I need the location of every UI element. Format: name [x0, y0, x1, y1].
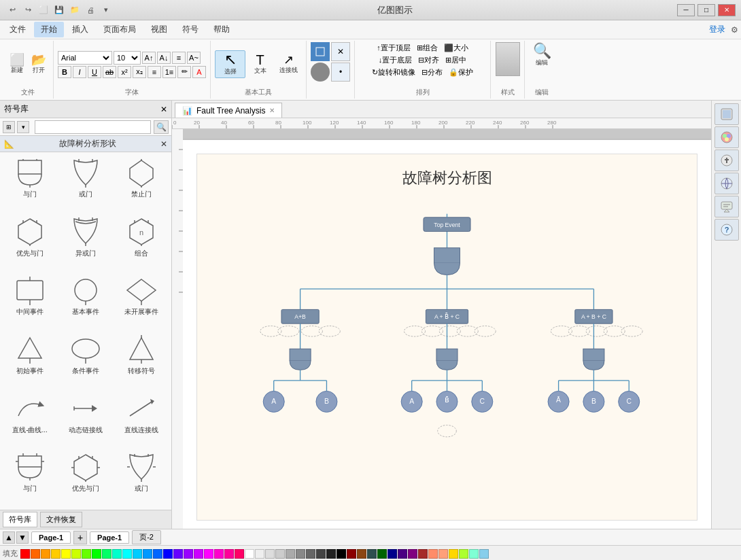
color-cell[interactable] — [31, 549, 40, 559]
subscript-btn[interactable]: x₂ — [133, 66, 146, 78]
page-next-btn[interactable]: ▼ — [16, 531, 29, 544]
open-icon[interactable]: 📁 — [68, 4, 82, 16]
color-cell[interactable] — [479, 549, 489, 559]
select-tool-btn[interactable]: ↖ 选择 — [215, 50, 245, 78]
size-btn[interactable]: ⬛大小 — [442, 42, 470, 54]
color-cell[interactable] — [377, 549, 387, 559]
color-cell[interactable] — [428, 549, 438, 559]
color-cell[interactable] — [306, 549, 315, 559]
shape-straight-line[interactable]: 直线连接线 — [114, 391, 169, 449]
color-cell[interactable] — [71, 549, 81, 559]
shape-dot-btn[interactable]: • — [331, 63, 350, 82]
shape-or-gate[interactable]: 或门 — [58, 155, 113, 213]
color-cell[interactable] — [51, 549, 61, 559]
menu-view[interactable]: 视图 — [144, 22, 174, 37]
page-tab-1[interactable]: Page-1 — [31, 531, 71, 544]
property-panel-btn[interactable] — [714, 150, 739, 171]
group-btn[interactable]: ⊞组合 — [415, 42, 440, 54]
minimize-btn[interactable]: ─ — [677, 4, 695, 16]
new-btn[interactable]: ⬜ 新建 — [7, 52, 27, 76]
shape-combination[interactable]: n 组合 — [114, 214, 169, 272]
color-cell[interactable] — [265, 549, 275, 559]
color-cell[interactable] — [347, 549, 356, 559]
menu-insert[interactable]: 插入 — [65, 22, 95, 37]
global-btn[interactable] — [714, 173, 739, 194]
color-cell[interactable] — [438, 549, 448, 559]
color-cell[interactable] — [82, 549, 91, 559]
color-cell[interactable] — [459, 549, 468, 559]
shape-inhibit-gate[interactable]: 禁止门 — [114, 155, 169, 213]
color-cell[interactable] — [112, 549, 122, 559]
lib-symbols-tab[interactable]: 符号库 — [3, 512, 37, 527]
strikethrough-btn[interactable]: ab — [103, 66, 116, 78]
distribute-btn[interactable]: ⊟分布 — [419, 67, 445, 78]
shape-line-curve[interactable]: 直线-曲线... — [3, 391, 57, 449]
color-cell[interactable] — [326, 549, 336, 559]
close-btn[interactable]: ✕ — [718, 4, 736, 16]
redo-icon[interactable]: ↪ — [21, 4, 35, 16]
shape-initial-event[interactable]: 初始事件 — [3, 332, 57, 389]
shape-xor-gate[interactable]: 异或门 — [58, 214, 113, 272]
color-aa-btn[interactable]: A~ — [187, 52, 201, 64]
font-family-select[interactable]: Arial — [58, 51, 112, 65]
color-cell[interactable] — [408, 549, 417, 559]
italic-btn[interactable]: I — [73, 66, 86, 78]
undo-icon[interactable]: ↩ — [5, 4, 19, 16]
shape-basic-event[interactable]: 基本事件 — [58, 273, 113, 330]
active-tab[interactable]: 📊 Fault Tree Analysis ✕ — [175, 103, 282, 118]
shape-transfer[interactable]: 转移符号 — [114, 332, 169, 389]
login-link[interactable]: 登录 — [709, 24, 725, 35]
settings-icon[interactable]: ⚙ — [731, 25, 738, 35]
menu-help[interactable]: 帮助 — [207, 22, 237, 37]
color-cell[interactable] — [245, 549, 254, 559]
shape-circle-btn[interactable] — [311, 63, 330, 82]
center-btn[interactable]: ⊞居中 — [443, 54, 468, 66]
menu-start[interactable]: 开始 — [34, 22, 64, 37]
color-cell[interactable] — [92, 549, 101, 559]
color-cell[interactable] — [255, 549, 264, 559]
connect-tool-btn[interactable]: ↗ 连接线 — [275, 52, 302, 76]
shape-and-gate[interactable]: 与门 — [3, 155, 57, 213]
shape-dynamic-link[interactable]: 动态链接线 — [58, 391, 113, 449]
color-cell[interactable] — [286, 549, 295, 559]
open-btn[interactable]: 📂 打开 — [29, 52, 49, 76]
color-cell[interactable] — [296, 549, 305, 559]
font-decrease-btn[interactable]: A↓ — [157, 52, 171, 64]
font-size-select[interactable]: 10 — [114, 51, 141, 65]
options-icon[interactable]: ▾ — [99, 4, 113, 16]
superscript-btn[interactable]: x² — [118, 66, 131, 78]
save-icon[interactable]: 💾 — [52, 4, 66, 16]
shape-and-gate2[interactable]: 与门 — [3, 449, 57, 507]
color-cell[interactable] — [184, 549, 193, 559]
color-cell[interactable] — [204, 549, 213, 559]
underline-btn[interactable]: U — [88, 66, 101, 78]
color-cell[interactable] — [102, 549, 111, 559]
shape-x-btn[interactable]: ✕ — [331, 42, 350, 61]
menu-layout[interactable]: 页面布局 — [97, 22, 143, 37]
find-btn[interactable]: 🔍 编辑 — [531, 42, 553, 69]
color-cell[interactable] — [469, 549, 479, 559]
shape-rect-btn[interactable] — [311, 42, 330, 61]
marker-btn[interactable]: ✏ — [177, 66, 191, 78]
page-tab-1-copy[interactable]: Page-1 — [90, 531, 129, 544]
search-btn[interactable]: 🔍 — [154, 120, 169, 134]
canvas-scroll[interactable]: 20 40 故障树分析图 — [172, 129, 711, 529]
color-panel-btn[interactable] — [714, 126, 739, 148]
style-panel-btn[interactable] — [714, 103, 739, 125]
shape-priority-and2[interactable]: 优先与门 — [58, 449, 113, 507]
comment-panel-btn[interactable] — [714, 196, 739, 217]
list-btn[interactable]: ≡ — [148, 66, 161, 78]
page-prev-btn[interactable]: ▲ — [3, 531, 15, 544]
color-cell[interactable] — [153, 549, 162, 559]
menu-symbol[interactable]: 符号 — [175, 22, 205, 37]
help-btn[interactable]: ? — [714, 219, 739, 241]
lib-close-icon[interactable]: ✕ — [160, 105, 167, 114]
bold-btn[interactable]: B — [58, 66, 71, 78]
new-icon[interactable]: ⬜ — [37, 4, 50, 16]
category-close-icon[interactable]: ✕ — [160, 139, 167, 149]
shape-or-gate2[interactable]: 或门 — [114, 449, 169, 507]
lib-grid-icon[interactable]: ⊞ — [3, 121, 15, 133]
color-cell[interactable] — [398, 549, 407, 559]
search-input[interactable] — [35, 120, 151, 134]
color-cell[interactable] — [387, 549, 397, 559]
